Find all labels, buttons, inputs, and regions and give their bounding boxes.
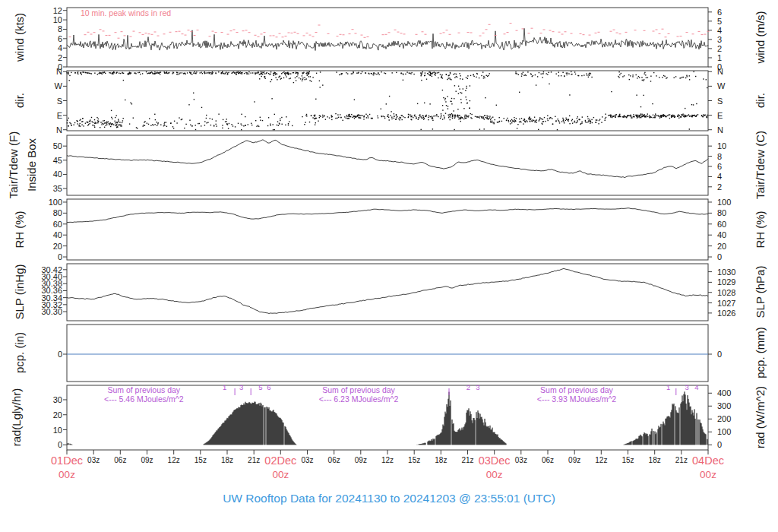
ytick-label-left: E [0,111,62,120]
rad-sum-line1: Sum of previous day [294,385,423,394]
axis-label-slp-hpa: SLP (hPa) [754,266,767,318]
x-day-sub-label: 00z [473,469,517,481]
ytick-label-left: S [0,97,62,106]
ytick-label-right: 1030 [717,268,735,277]
axis-ticks [63,11,712,445]
axis-label-wind-ms: wind (m/s) [754,11,767,63]
x-hour-label: 12z [378,456,397,464]
x-axis-ticks [67,450,708,454]
ytick-label-right: 2 [717,44,722,53]
ytick-label-right: N [717,125,723,135]
ytick-label-right: 1 [717,53,722,62]
ytick-label-left: W [0,81,62,90]
ytick-label-right: 0 [717,440,722,449]
temp-trace [67,140,708,178]
ytick-label-right: 10 [717,141,726,150]
ytick-label-right: 1028 [717,288,735,297]
ytick-label-right: 5 [717,17,722,26]
x-hour-label: 18z [431,456,451,464]
uw-rooftop-meteogram: wind (kts) dir. Tair/Tdew (F) Inside Box… [0,0,778,532]
rad-peak-mark: 3 [683,384,691,391]
axis-label-tair-c: Tair/Tdew (C) [754,131,767,199]
ytick-label-left: N [0,67,62,76]
ytick-label-left: 8 [0,24,62,33]
ytick-label-left: 20 [0,410,62,420]
ytick-label-right: W [717,81,725,90]
ytick-label-left: N [0,125,62,135]
axis-label-rh-right: RH (%) [754,211,767,248]
x-hour-label: 03z [84,456,103,464]
x-day-label: 03Dec [473,454,517,467]
ytick-label-left: 0 [0,252,62,261]
slp-trace [67,268,708,313]
ytick-label-left: 10 [0,426,62,435]
x-hour-label: 06z [324,456,344,464]
x-hour-label: 03z [511,456,531,464]
ytick-label-right: 1029 [717,277,735,287]
ytick-label-right: 3 [717,35,722,44]
ytick-label-right: S [717,97,723,106]
x-hour-label: 18z [217,456,237,464]
x-day-sub-label: 00z [45,469,89,481]
ytick-label-right: 8 [717,152,722,161]
ytick-label-left: 6 [0,34,62,43]
ytick-label-left: 2 [0,53,62,62]
ytick-label-right: 6 [717,8,722,17]
ytick-label-right: 40 [717,230,726,239]
x-hour-label: 15z [191,456,210,464]
x-hour-label: 12z [591,456,611,464]
x-hour-label: 15z [618,456,638,464]
ytick-label-left: 45 [0,156,62,165]
rad-peak-mark: 4 [693,384,701,391]
ytick-label-left: 80 [0,208,62,217]
ytick-label-right: 100 [717,427,731,436]
ytick-label-right: 0 [717,350,722,359]
ytick-label-left: 0 [0,440,62,449]
rad-peak-mark: 3 [474,384,482,391]
plot-canvas [0,0,778,532]
ytick-label-right: 1027 [717,299,735,308]
rad-sum-annotation-day2: Sum of previous day <--- 6.23 MJoules/m^… [294,385,423,404]
ytick-label-right: 200 [717,414,731,423]
ytick-label-right: N [717,67,723,76]
dir-scatter [67,71,708,131]
ytick-label-right: 100 [717,198,731,207]
x-hour-label: 06z [538,456,558,464]
ytick-label-left: 30.42 [0,265,62,274]
axis-label-rad-wm2: rad (W/m^2) [754,386,767,448]
axis-label-dir-right: dir. [754,93,767,108]
ytick-label-right: 1026 [717,309,735,318]
rad-sum-annotation-day3: Sum of previous day <--- 3.93 MJoules/m^… [512,385,641,404]
x-day-label: 01Dec [45,454,89,467]
panel-frames [67,8,708,450]
rad-peak-mark: 6 [265,384,273,391]
ytick-label-left: 50 [0,141,62,150]
ytick-label-left: 40 [0,169,62,179]
ytick-label-right: 20 [717,242,726,251]
ytick-label-left: 20 [0,242,62,251]
axis-label-pcp-mm: pcp. (mm) [754,327,767,378]
ytick-label-right: 6 [717,162,722,171]
peak-winds-note: 10 min. peak winds in red [81,8,171,17]
ytick-label-right: 0 [717,252,722,261]
ytick-label-right: 4 [717,172,722,181]
x-hour-label: 09z [565,456,584,464]
ytick-label-right: 300 [717,401,731,410]
ytick-label-left: 35 [0,184,62,193]
ytick-label-left: 30 [0,395,62,404]
x-hour-label: 09z [351,456,371,464]
x-hour-label: 12z [164,456,184,464]
wind-trace [67,28,708,50]
ytick-label-left: 10 [0,15,62,24]
rad-sum-line1: Sum of previous day [512,385,641,394]
x-hour-label: 09z [138,456,157,464]
ytick-label-left: 0 [0,350,62,359]
rad-sum-annotation-day1: Sum of previous day <--- 5.46 MJoules/m^… [79,385,208,404]
ytick-label-right: 2 [717,182,722,192]
x-hour-label: 06z [110,456,130,464]
rad-peak-mark: 1 [221,384,229,391]
ytick-label-left: 40 [0,230,62,239]
ytick-label-right: 400 [717,388,731,397]
rad-sum-line2: <--- 6.23 MJoules/m^2 [294,394,423,404]
x-hour-label: 03z [298,456,318,464]
